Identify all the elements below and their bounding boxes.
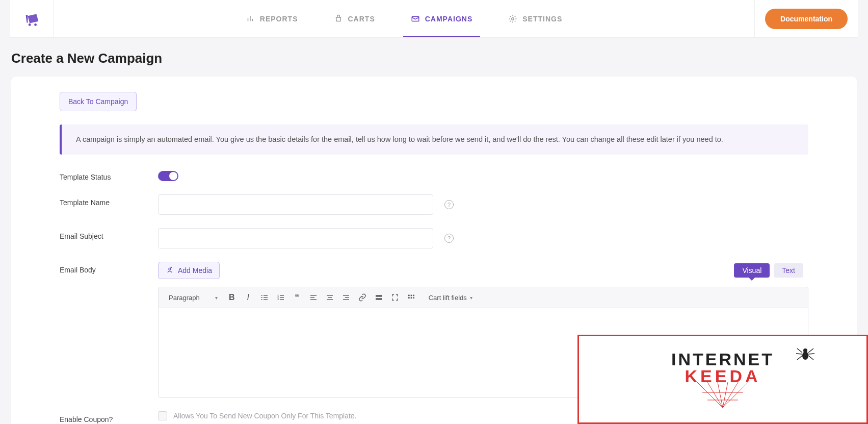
svg-rect-19 — [310, 300, 317, 300]
mail-icon — [411, 14, 420, 23]
add-media-label: Add Media — [178, 266, 212, 275]
svg-rect-17 — [310, 295, 317, 296]
email-subject-input[interactable] — [158, 228, 433, 248]
help-icon[interactable]: ? — [444, 200, 454, 209]
svg-rect-30 — [413, 295, 414, 296]
coupon-description: Allows You To Send New Coupon Only For T… — [173, 412, 357, 420]
svg-rect-25 — [343, 300, 349, 300]
topbar-right: Documentation — [754, 0, 858, 37]
add-media-button[interactable]: Add Media — [158, 262, 220, 279]
nav-reports[interactable]: REPORTS — [246, 0, 298, 37]
main-nav: REPORTS CARTS CAMPAIGNS SETTINGS — [54, 0, 754, 37]
template-name-input[interactable] — [158, 194, 433, 215]
info-banner: A campaign is simply an automated email.… — [60, 124, 808, 155]
paragraph-select[interactable]: Paragraph — [164, 292, 223, 304]
svg-rect-29 — [410, 295, 412, 296]
svg-point-5 — [261, 295, 262, 296]
svg-point-35 — [803, 348, 807, 353]
label-email-body: Email Body — [60, 262, 158, 274]
svg-point-1 — [34, 23, 37, 26]
label-email-subject: Email Subject — [60, 228, 158, 240]
number-list-button[interactable]: 123 — [274, 290, 288, 305]
svg-rect-31 — [408, 297, 410, 299]
top-bar: REPORTS CARTS CAMPAIGNS SETTINGS Documen… — [10, 0, 858, 38]
editor-toolbar: Paragraph B I 123 “ Cart lift fields — [159, 287, 808, 308]
svg-rect-27 — [376, 298, 382, 300]
spider-icon — [795, 346, 816, 365]
gear-icon — [508, 14, 517, 23]
italic-button[interactable]: I — [241, 290, 255, 305]
svg-rect-23 — [343, 295, 349, 296]
web-icon — [682, 382, 764, 408]
watermark: INTERNET KEEDA — [577, 335, 868, 424]
fullscreen-button[interactable] — [388, 290, 402, 305]
nav-reports-label: REPORTS — [260, 15, 298, 23]
svg-rect-28 — [408, 295, 410, 296]
reports-icon — [246, 14, 255, 23]
svg-rect-26 — [376, 295, 382, 297]
nav-campaigns[interactable]: CAMPAIGNS — [411, 0, 473, 37]
svg-rect-16 — [280, 300, 284, 300]
blockquote-button[interactable]: “ — [290, 290, 304, 305]
svg-rect-21 — [328, 297, 332, 298]
svg-rect-14 — [280, 295, 284, 296]
app-logo — [10, 0, 54, 37]
row-email-subject: Email Subject ? — [60, 228, 808, 248]
svg-rect-18 — [310, 297, 314, 298]
nav-settings-label: SETTINGS — [522, 15, 562, 23]
tab-text[interactable]: Text — [774, 263, 803, 278]
svg-rect-9 — [264, 297, 268, 298]
align-right-button[interactable] — [339, 290, 353, 305]
align-left-button[interactable] — [306, 290, 321, 305]
label-template-name: Template Name — [60, 194, 158, 207]
svg-rect-24 — [345, 297, 349, 298]
cart-icon — [334, 14, 343, 23]
svg-rect-22 — [327, 300, 333, 300]
svg-rect-15 — [280, 297, 284, 298]
template-status-toggle[interactable] — [158, 171, 178, 181]
help-icon[interactable]: ? — [444, 234, 454, 243]
enable-coupon-checkbox[interactable] — [158, 411, 167, 420]
nav-campaigns-label: CAMPAIGNS — [425, 15, 473, 23]
svg-point-34 — [802, 352, 808, 360]
row-template-status: Template Status — [60, 169, 808, 181]
svg-rect-8 — [264, 295, 268, 296]
documentation-button[interactable]: Documentation — [765, 9, 848, 29]
svg-rect-10 — [264, 300, 268, 300]
svg-point-3 — [512, 17, 514, 20]
svg-rect-33 — [413, 297, 414, 299]
svg-point-4 — [169, 268, 171, 270]
svg-rect-32 — [410, 297, 412, 299]
align-center-button[interactable] — [323, 290, 337, 305]
cart-lift-fields-select[interactable]: Cart lift fields — [424, 292, 478, 304]
media-icon — [166, 266, 174, 275]
svg-point-6 — [261, 297, 262, 298]
label-template-status: Template Status — [60, 169, 158, 181]
bullet-list-button[interactable] — [257, 290, 272, 305]
toolbar-toggle-button[interactable] — [404, 290, 418, 305]
row-template-name: Template Name ? — [60, 194, 808, 215]
bold-button[interactable]: B — [225, 290, 239, 305]
link-button[interactable] — [355, 290, 370, 305]
label-enable-coupon: Enable Coupon? — [60, 411, 158, 423]
svg-text:3: 3 — [277, 298, 279, 301]
nav-carts[interactable]: CARTS — [334, 0, 375, 37]
tab-visual[interactable]: Visual — [734, 263, 770, 278]
svg-point-7 — [261, 299, 262, 300]
nav-settings[interactable]: SETTINGS — [508, 0, 562, 37]
page-title: Create a New Campaign — [11, 51, 857, 66]
readmore-button[interactable] — [372, 290, 386, 305]
svg-point-0 — [29, 23, 31, 26]
back-to-campaign-button[interactable]: Back To Campaign — [60, 92, 137, 111]
svg-rect-20 — [327, 295, 333, 296]
nav-carts-label: CARTS — [348, 15, 375, 23]
